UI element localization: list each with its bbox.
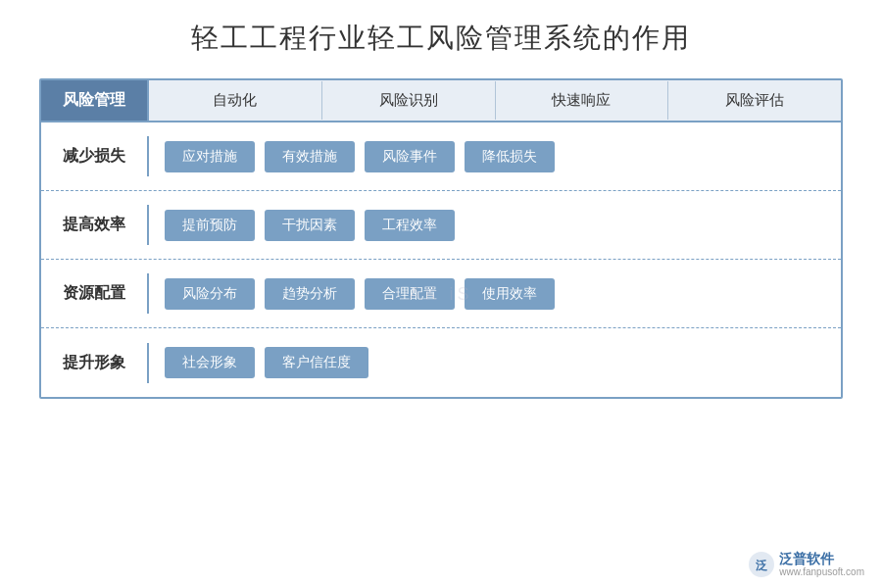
logo-sub: www.fanpusoft.com	[779, 566, 864, 577]
row-label-3: 提升形象	[41, 343, 149, 383]
row-tags-1: 提前预防干扰因素工程效率	[149, 200, 841, 251]
data-row-2: 资源配置风险分布趋势分析合理配置使用效率	[41, 260, 841, 328]
row-tags-0: 应对措施有效措施风险事件降低损失	[149, 131, 841, 182]
data-row-0: 减少损失应对措施有效措施风险事件降低损失	[41, 122, 841, 191]
logo-text-block: 泛普软件 www.fanpusoft.com	[779, 552, 864, 577]
tag-0-1: 有效措施	[265, 141, 355, 172]
tag-3-1: 客户信任度	[265, 347, 368, 378]
data-row-1: 提高效率提前预防干扰因素工程效率	[41, 191, 841, 260]
tag-1-0: 提前预防	[165, 210, 255, 241]
tag-2-2: 合理配置	[365, 278, 455, 310]
tag-1-1: 干扰因素	[265, 210, 355, 241]
logo-area: 泛 泛普软件 www.fanpusoft.com	[748, 551, 864, 578]
row-tags-2: 风险分布趋势分析合理配置使用效率	[149, 269, 841, 319]
logo-icon: 泛	[748, 551, 775, 578]
row-label-0: 减少损失	[41, 136, 149, 176]
header-tab-1[interactable]: 风险识别	[322, 81, 496, 120]
row-label-2: 资源配置	[41, 273, 149, 314]
tag-2-3: 使用效率	[465, 278, 555, 310]
data-rows-container: 减少损失应对措施有效措施风险事件降低损失提高效率提前预防干扰因素工程效率资源配置…	[41, 122, 841, 397]
tag-3-0: 社会形象	[165, 347, 255, 378]
data-row-3: 提升形象社会形象客户信任度	[41, 328, 841, 397]
header-tab-2[interactable]: 快速响应	[496, 81, 669, 120]
svg-text:泛: 泛	[756, 559, 768, 572]
main-table: 风险管理 自动化风险识别快速响应风险评估 减少损失应对措施有效措施风险事件降低损…	[39, 78, 843, 399]
header-tab-0[interactable]: 自动化	[149, 81, 322, 120]
header-tabs: 自动化风险识别快速响应风险评估	[149, 80, 841, 121]
header-row: 风险管理 自动化风险识别快速响应风险评估	[41, 80, 841, 122]
tag-0-0: 应对措施	[165, 141, 255, 172]
header-tab-3[interactable]: 风险评估	[668, 81, 841, 120]
page-wrapper: 轻工工程行业轻工风险管理系统的作用 风险管理 自动化风险识别快速响应风险评估 减…	[0, 0, 882, 588]
tag-2-1: 趋势分析	[265, 278, 355, 310]
tag-2-0: 风险分布	[165, 278, 255, 310]
header-label: 风险管理	[41, 80, 149, 121]
main-title: 轻工工程行业轻工风险管理系统的作用	[191, 20, 691, 57]
tag-0-2: 风险事件	[365, 141, 455, 172]
row-label-1: 提高效率	[41, 205, 149, 245]
row-tags-3: 社会形象客户信任度	[149, 337, 841, 388]
tag-0-3: 降低损失	[465, 141, 555, 172]
logo-main: 泛普软件	[779, 552, 834, 566]
tag-1-2: 工程效率	[365, 210, 455, 241]
